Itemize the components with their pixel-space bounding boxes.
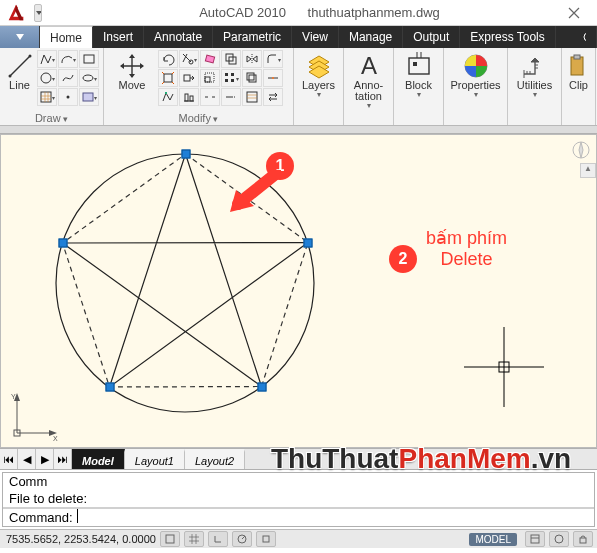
status-grid-icon[interactable] — [184, 531, 204, 547]
tab-view[interactable]: View — [292, 26, 339, 48]
status-model-button[interactable]: MODEL — [469, 533, 517, 546]
tab-express-tools[interactable]: Express Tools — [460, 26, 555, 48]
tool-edit-hatch[interactable] — [242, 88, 262, 106]
block-icon — [405, 52, 433, 80]
tool-copy[interactable] — [221, 50, 241, 68]
layout-tab-first[interactable]: ⏮ — [0, 449, 18, 469]
grip-vertex-left[interactable] — [58, 239, 67, 248]
svg-text:A: A — [360, 52, 376, 79]
status-snap-icon[interactable] — [160, 531, 180, 547]
app-title: AutoCAD 2010 — [199, 5, 286, 20]
panel-title-modify[interactable]: Modify — [179, 112, 219, 124]
tool-offset[interactable] — [242, 69, 262, 87]
tool-stretch[interactable] — [179, 69, 199, 87]
tool-erase[interactable] — [200, 50, 220, 68]
tool-mirror[interactable] — [242, 50, 262, 68]
tool-edit-polyline[interactable] — [158, 88, 178, 106]
tool-point[interactable] — [58, 88, 78, 106]
tool-explode[interactable] — [158, 69, 178, 87]
grip-vertex-top[interactable] — [181, 150, 190, 159]
svg-rect-23 — [249, 75, 256, 82]
tab-home[interactable]: Home — [40, 26, 93, 48]
tool-clipboard[interactable]: Clip — [566, 50, 591, 91]
svg-rect-30 — [409, 58, 429, 74]
tool-line[interactable]: Line — [4, 50, 35, 91]
tool-ellipse[interactable] — [79, 69, 99, 87]
measure-icon — [521, 52, 549, 80]
grip-vertex-bottom-left[interactable] — [105, 383, 114, 392]
tool-rectangle[interactable] — [79, 50, 99, 68]
tab-manage[interactable]: Manage — [339, 26, 403, 48]
tab-insert[interactable]: Insert — [93, 26, 144, 48]
tool-array[interactable] — [221, 69, 241, 87]
tool-join[interactable] — [263, 69, 283, 87]
tab-annotate[interactable]: Annotate — [144, 26, 213, 48]
clipboard-icon — [565, 52, 593, 80]
tool-properties[interactable]: Properties ▾ — [448, 50, 503, 99]
ribbon-panel-layers: Layers ▾ — [294, 48, 344, 125]
svg-rect-19 — [231, 73, 234, 76]
title-bar: AutoCAD 2010 thuthuatphanmem.dwg — [0, 0, 597, 26]
grip-vertex-bottom-right[interactable] — [257, 382, 266, 391]
callout-arrow-icon — [226, 170, 281, 215]
tool-utilities[interactable]: Utilities ▾ — [512, 50, 557, 99]
status-lock-icon[interactable] — [573, 531, 593, 547]
status-osnap-icon[interactable] — [256, 531, 276, 547]
text-icon: A — [355, 52, 383, 80]
status-quick-properties-icon[interactable] — [525, 531, 545, 547]
tool-arc[interactable] — [58, 50, 78, 68]
command-window[interactable]: Comm File to delete: Command: — [2, 472, 595, 527]
grip-vertex-right[interactable] — [304, 238, 313, 247]
tool-block[interactable]: Block ▾ — [398, 50, 439, 99]
tool-scale[interactable] — [200, 69, 220, 87]
ribbon-help-button[interactable]: ? — [573, 26, 597, 48]
properties-icon — [462, 52, 490, 80]
tool-fillet[interactable] — [263, 50, 283, 68]
callout-text-line-2: Delete — [426, 249, 507, 270]
tab-parametric[interactable]: Parametric — [213, 26, 292, 48]
canvas-scrollbar-vertical[interactable]: ▲ — [580, 163, 596, 178]
tool-annotation[interactable]: A Anno- tation ▾ — [348, 50, 389, 110]
qat-dropdown-icon[interactable] — [34, 4, 42, 22]
tool-circle[interactable] — [37, 69, 57, 87]
window-close-button[interactable] — [551, 0, 597, 26]
layout-tab-layout1[interactable]: Layout1 — [125, 449, 185, 469]
tab-output[interactable]: Output — [403, 26, 460, 48]
svg-rect-14 — [164, 74, 172, 82]
draw-tool-grid — [37, 50, 99, 106]
ribbon-panel-modify: Move Mod — [104, 48, 294, 125]
status-workspace-icon[interactable] — [549, 531, 569, 547]
app-menu-button[interactable] — [0, 26, 40, 48]
command-cursor[interactable] — [77, 509, 78, 523]
tool-align[interactable] — [179, 88, 199, 106]
tool-layers[interactable]: Layers ▾ — [298, 50, 339, 99]
status-polar-icon[interactable] — [232, 531, 252, 547]
layout-tab-layout2[interactable]: Layout2 — [185, 449, 245, 469]
tool-hatch[interactable] — [37, 88, 57, 106]
tool-trim[interactable] — [179, 50, 199, 68]
svg-point-2 — [8, 75, 11, 78]
tool-region[interactable] — [79, 88, 99, 106]
layout-tab-last[interactable]: ⏭ — [54, 449, 72, 469]
tool-rotate[interactable] — [158, 50, 178, 68]
tool-polyline[interactable] — [37, 50, 57, 68]
tool-move[interactable]: Move — [108, 50, 156, 91]
layout-tab-model[interactable]: Model — [72, 449, 125, 469]
svg-point-45 — [555, 535, 563, 543]
callout-badge-2: 2 — [389, 245, 417, 273]
tool-spline[interactable] — [58, 69, 78, 87]
app-logo-icon[interactable] — [4, 2, 28, 24]
tool-break[interactable] — [200, 88, 220, 106]
navigation-compass-icon[interactable] — [572, 141, 590, 159]
status-ortho-icon[interactable] — [208, 531, 228, 547]
svg-point-24 — [272, 77, 274, 79]
model-space-canvas[interactable]: 1 2 bấm phím Delete Y X ▲ — [0, 134, 597, 448]
tool-reverse[interactable] — [263, 88, 283, 106]
svg-rect-18 — [225, 73, 228, 76]
svg-text:X: X — [53, 435, 58, 441]
layout-tab-next[interactable]: ▶ — [36, 449, 54, 469]
panel-title-draw[interactable]: Draw — [35, 112, 68, 124]
layout-tab-prev[interactable]: ◀ — [18, 449, 36, 469]
tool-lengthen[interactable] — [221, 88, 241, 106]
svg-point-8 — [67, 96, 70, 99]
